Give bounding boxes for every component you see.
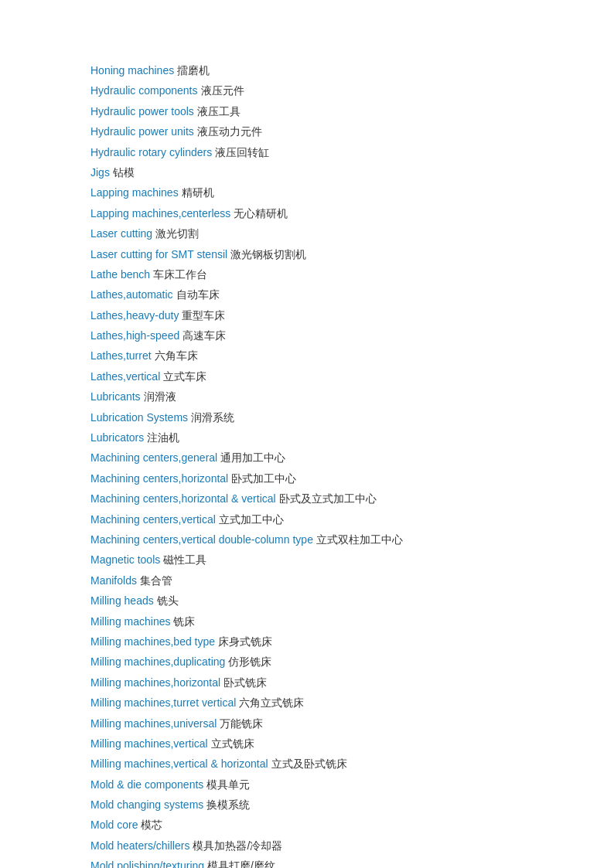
item-english: Lathes,high-speed [90, 327, 179, 344]
item-english: Mold changing systems [90, 796, 203, 813]
item-chinese: 车床工作台 [153, 266, 207, 283]
item-english: Milling machines,vertical [90, 735, 208, 752]
item-chinese: 铣床 [173, 613, 195, 630]
item-english: Lubrication Systems [90, 409, 188, 426]
list-item[interactable]: Machining centers,vertical double-column… [90, 531, 524, 548]
item-chinese: 液压回转缸 [215, 144, 269, 161]
item-english: Milling machines,duplicating [90, 653, 225, 670]
list-item[interactable]: Milling machines,duplicating 仿形铣床 [90, 653, 524, 670]
list-item[interactable]: Machining centers,general 通用加工中心 [90, 449, 524, 466]
list-item[interactable]: Honing machines 擂磨机 [90, 62, 524, 79]
item-english: Mold heaters/chillers [90, 837, 189, 854]
item-chinese: 精研机 [182, 184, 214, 201]
list-item[interactable]: Milling machines 铣床 [90, 613, 524, 630]
list-item[interactable]: Mold heaters/chillers 模具加热器/冷却器 [90, 837, 524, 854]
item-chinese: 液压元件 [201, 82, 244, 99]
list-item[interactable]: Machining centers,horizontal 卧式加工中心 [90, 470, 524, 487]
item-chinese: 模具打磨/磨纹 [207, 857, 275, 868]
list-item[interactable]: Manifolds 集合管 [90, 572, 524, 589]
list-item[interactable]: Milling machines,vertical & horizontal 立… [90, 755, 524, 772]
list-item[interactable]: Hydraulic power tools 液压工具 [90, 103, 524, 120]
list-item[interactable]: Milling machines,universal 万能铣床 [90, 715, 524, 732]
item-chinese: 钻模 [113, 164, 135, 181]
list-item[interactable]: Lathes,turret 六角车床 [90, 347, 524, 364]
list-item[interactable]: Lathes,automatic 自动车床 [90, 286, 524, 303]
item-chinese: 激光切割 [155, 225, 199, 242]
list-item[interactable]: Mold polishing/texturing 模具打磨/磨纹 [90, 857, 524, 868]
item-english: Lubricants [90, 388, 141, 405]
item-english: Lapping machines [90, 184, 179, 201]
list-item[interactable]: Lapping machines,centerless 无心精研机 [90, 205, 524, 222]
list-item[interactable]: Hydraulic power units 液压动力元件 [90, 123, 524, 140]
list-item[interactable]: Mold & die components 模具单元 [90, 776, 524, 793]
item-english: Milling machines,horizontal [90, 674, 220, 691]
list-item[interactable]: Hydraulic rotary cylinders 液压回转缸 [90, 144, 524, 161]
list-item[interactable]: Milling machines,horizontal 卧式铣床 [90, 674, 524, 691]
item-english: Mold polishing/texturing [90, 857, 204, 868]
item-english: Machining centers,general [90, 449, 217, 466]
item-english: Manifolds [90, 572, 137, 589]
item-english: Milling machines,bed type [90, 633, 215, 650]
list-item[interactable]: Laser cutting for SMT stensil 激光钢板切割机 [90, 246, 524, 263]
item-english: Lathes,turret [90, 347, 152, 364]
item-english: Laser cutting [90, 225, 152, 242]
item-english: Mold & die components [90, 776, 203, 793]
list-item[interactable]: Lubricators 注油机 [90, 429, 524, 446]
item-english: Hydraulic power tools [90, 103, 194, 120]
item-chinese: 模具加热器/冷却器 [193, 837, 282, 854]
list-item[interactable]: Lathes,high-speed 高速车床 [90, 327, 524, 344]
item-chinese: 床身式铣床 [218, 633, 272, 650]
item-chinese: 集合管 [140, 572, 172, 589]
item-english: Milling machines,vertical & horizontal [90, 755, 268, 772]
item-english: Machining centers,horizontal & vertical [90, 490, 276, 507]
item-english: Lubricators [90, 429, 144, 446]
list-item[interactable]: Milling heads 铣头 [90, 592, 524, 609]
list-item[interactable]: Milling machines,vertical 立式铣床 [90, 735, 524, 752]
list-item[interactable]: Mold changing systems 换模系统 [90, 796, 524, 813]
item-chinese: 六角车床 [155, 347, 198, 364]
list-item[interactable]: Jigs 钻模 [90, 164, 524, 181]
item-english: Hydraulic power units [90, 123, 194, 140]
item-english: Jigs [90, 164, 110, 181]
item-english: Hydraulic rotary cylinders [90, 144, 212, 161]
item-chinese: 注油机 [147, 429, 179, 446]
item-english: Lathes,vertical [90, 368, 160, 385]
item-chinese: 无心精研机 [234, 205, 288, 222]
list-item[interactable]: Lathe bench 车床工作台 [90, 266, 524, 283]
item-english: Milling machines,turret vertical [90, 694, 236, 711]
item-chinese: 液压工具 [197, 103, 240, 120]
item-chinese: 立式及卧式铣床 [271, 755, 347, 772]
list-item[interactable]: Hydraulic components 液压元件 [90, 82, 524, 99]
item-english: Hydraulic components [90, 82, 198, 99]
list-item[interactable]: Magnetic tools 磁性工具 [90, 551, 524, 568]
list-item[interactable]: Mold core 模芯 [90, 816, 524, 833]
item-chinese: 立式车床 [163, 368, 206, 385]
list-item[interactable]: Lapping machines 精研机 [90, 184, 524, 201]
item-chinese: 立式铣床 [211, 735, 254, 752]
item-english: Milling machines [90, 613, 170, 630]
item-english: Machining centers,vertical double-column… [90, 531, 313, 548]
item-english: Milling machines,universal [90, 715, 217, 732]
list-item[interactable]: Lubrication Systems 润滑系统 [90, 409, 524, 426]
item-chinese: 模芯 [141, 816, 162, 833]
item-english: Machining centers,vertical [90, 511, 216, 528]
main-list: Honing machines 擂磨机Hydraulic components … [90, 62, 524, 868]
item-chinese: 润滑系统 [191, 409, 234, 426]
item-english: Lathes,automatic [90, 286, 173, 303]
list-item[interactable]: Milling machines,bed type 床身式铣床 [90, 633, 524, 650]
item-english: Laser cutting for SMT stensil [90, 246, 227, 263]
list-item[interactable]: Lubricants 润滑液 [90, 388, 524, 405]
item-chinese: 模具单元 [206, 776, 250, 793]
item-chinese: 卧式铣床 [223, 674, 267, 691]
item-english: Lapping machines,centerless [90, 205, 230, 222]
list-item[interactable]: Milling machines,turret vertical 六角立式铣床 [90, 694, 524, 711]
list-item[interactable]: Machining centers,vertical 立式加工中心 [90, 511, 524, 528]
list-item[interactable]: Lathes,heavy-duty 重型车床 [90, 307, 524, 324]
list-item[interactable]: Machining centers,horizontal & vertical … [90, 490, 524, 507]
item-english: Honing machines [90, 62, 174, 79]
item-chinese: 铣头 [157, 592, 179, 609]
list-item[interactable]: Laser cutting 激光切割 [90, 225, 524, 242]
list-item[interactable]: Lathes,vertical 立式车床 [90, 368, 524, 385]
item-chinese: 高速车床 [182, 327, 226, 344]
item-english: Lathe bench [90, 266, 150, 283]
